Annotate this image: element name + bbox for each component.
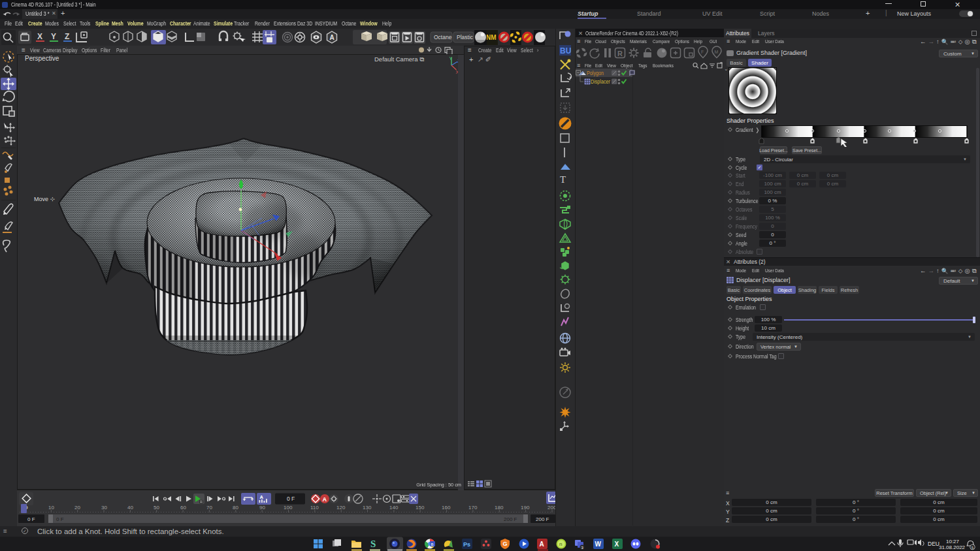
svg-text:M: M [715,50,719,54]
svg-text:Y: Y [449,56,453,61]
svg-text:BU: BU [560,46,571,55]
svg-text:160: 160 [442,505,451,511]
svg-text:90: 90 [259,505,265,511]
svg-text:Polygon: Polygon [587,71,604,77]
svg-text:F: F [701,50,704,54]
svg-text:W: W [595,541,602,548]
svg-text:190: 190 [521,505,530,511]
svg-text:Displacer: Displacer [591,79,610,86]
svg-text:S: S [370,539,376,549]
svg-text:170: 170 [468,505,478,511]
svg-text:G: G [503,541,508,547]
svg-text:Ps: Ps [463,541,470,548]
svg-text:80: 80 [233,505,238,511]
svg-text:n: n [559,541,562,547]
svg-text:200 F: 200 F [504,516,517,522]
svg-text:40: 40 [127,505,133,511]
svg-text:A: A [323,496,327,503]
svg-text:X: X [615,541,619,548]
svg-text:60: 60 [180,505,186,511]
svg-text:150: 150 [416,505,425,511]
svg-text:T: T [560,174,566,185]
svg-text:0 F: 0 F [56,516,64,522]
svg-text:100: 100 [284,505,293,511]
svg-text:50: 50 [154,505,159,511]
svg-text:110: 110 [310,505,319,511]
svg-text:10:27: 10:27 [946,539,960,544]
svg-text:200: 200 [547,505,555,511]
svg-text:20: 20 [74,505,80,511]
svg-text:DEU: DEU [928,541,939,547]
svg-text:R: R [617,50,623,57]
svg-text:140: 140 [389,505,399,511]
svg-text:130: 130 [363,505,372,511]
svg-text:A: A [260,494,264,500]
svg-text:10: 10 [48,505,54,511]
svg-text:0 F: 0 F [27,516,35,522]
svg-text:B: B [431,543,434,546]
svg-text:30: 30 [101,505,107,511]
svg-text:120: 120 [336,505,346,511]
svg-text:200 F: 200 F [536,516,549,522]
svg-text:A: A [540,541,544,548]
svg-text:180: 180 [495,505,504,511]
svg-text:0 F: 0 F [287,496,295,502]
svg-text:70: 70 [206,505,212,511]
svg-text:31.08.2022: 31.08.2022 [939,544,966,550]
